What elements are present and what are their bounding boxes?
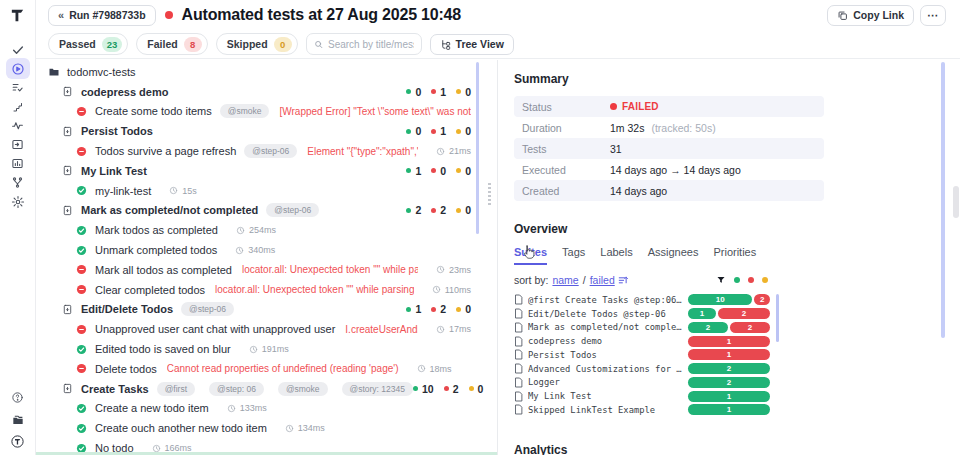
file-icon	[514, 363, 523, 374]
tree-row[interactable]: Unmark completed todos 340ms	[36, 240, 497, 260]
sidebar-item-test-plans[interactable]	[6, 78, 30, 97]
sidebar-item-pulse[interactable]	[6, 116, 30, 135]
sort-by-failed-link[interactable]: failed	[590, 274, 615, 286]
more-actions-button[interactable]: ⋯	[920, 5, 946, 26]
window-scrollbar-thumb[interactable]	[953, 186, 959, 218]
clock-icon	[227, 404, 236, 413]
suite-result-row[interactable]: @first Create Tasks @step:06… 102	[514, 293, 770, 307]
row-title: Create some todo items	[95, 105, 212, 117]
skipped-legend-dot[interactable]	[762, 277, 768, 283]
tree-row[interactable]: Create Tasks @first@step: 06@smoke@story…	[36, 379, 497, 399]
app-logo-icon[interactable]	[9, 7, 26, 24]
sort-by-name-link[interactable]: name	[552, 274, 578, 286]
sidebar-item-steps[interactable]	[6, 97, 30, 116]
list-scrollbar-thumb[interactable]	[776, 294, 779, 342]
sidebar-item-runs[interactable]	[6, 58, 30, 79]
skip-count: 0	[456, 125, 471, 137]
tree-row[interactable]: Mark todos as completed 254ms	[36, 220, 497, 240]
sidebar-item-checks[interactable]	[6, 40, 30, 59]
tab-tags[interactable]: Tags	[562, 246, 585, 265]
tag-badge: @step-06	[266, 203, 319, 217]
tree-row[interactable]: Mark all todos as completed locator.all:…	[36, 260, 497, 280]
tree-row[interactable]: Persist Todos 010	[36, 121, 497, 141]
back-to-runs-button[interactable]: « Run #7988733b	[48, 5, 156, 26]
profile-logo-icon[interactable]	[6, 432, 30, 451]
copy-link-button[interactable]: Copy Link	[827, 5, 914, 26]
tree-row[interactable]: Todos survive a page refresh @step-06 El…	[36, 141, 497, 161]
projects-folder-icon[interactable]	[6, 410, 30, 429]
suite-name: Logger	[528, 377, 683, 387]
filter-chip-skipped[interactable]: Skipped 0	[216, 33, 298, 55]
tab-labels[interactable]: Labels	[600, 246, 632, 265]
tree-row[interactable]: my-link-test 15s	[36, 181, 497, 201]
tree-row[interactable]: Unapproved user cant chat with unapprove…	[36, 319, 497, 339]
summary-value: 14 days ago	[610, 185, 667, 197]
tree-row[interactable]: codepress demo 010	[36, 82, 497, 102]
tree-row[interactable]: Create a new todo item 133ms	[36, 399, 497, 419]
tag-badge: @smoke	[220, 104, 270, 118]
suite-result-row[interactable]: Edit/Delete Todos @step-06 12	[514, 307, 770, 321]
detail-scrollbar-thumb[interactable]	[941, 62, 945, 338]
summary-label: Tests	[522, 143, 610, 155]
tree-row[interactable]: Create ouch another new todo item 134ms	[36, 418, 497, 438]
file-icon	[514, 336, 523, 347]
sidebar-item-import[interactable]	[6, 135, 30, 154]
failed-legend-dot[interactable]	[748, 277, 754, 283]
passed-legend-dot[interactable]	[734, 277, 740, 283]
tree-row[interactable]: todomvc-tests	[36, 62, 497, 82]
suite-result-row[interactable]: My Link Test 1	[514, 389, 770, 403]
suite-result-bar: 12	[688, 308, 770, 319]
sidebar-item-settings[interactable]	[6, 192, 30, 211]
summary-table: Status FAILED Duration 1m 32s(tracked: 5…	[514, 96, 824, 201]
row-title: Todos survive a page refresh	[95, 145, 236, 157]
tree-view-button[interactable]: Tree View	[430, 34, 514, 55]
tree-row[interactable]: My Link Test 100	[36, 161, 497, 181]
summary-row: Duration 1m 32s(tracked: 50s)	[514, 117, 824, 138]
tab-assignees[interactable]: Assignees	[648, 246, 699, 265]
filter-chip-failed[interactable]: Failed 8	[136, 33, 207, 55]
tree-row[interactable]: Edited todo is saved on blur 191ms	[36, 339, 497, 359]
row-duration: 21ms	[436, 146, 471, 156]
summary-value: 31	[610, 143, 622, 155]
search-input[interactable]	[328, 39, 414, 50]
tree-row[interactable]: Create some todo items @smoke [Wrapped E…	[36, 102, 497, 122]
fail-count: 1	[431, 125, 446, 137]
tree-row[interactable]: Delete todos Cannot read properties of u…	[36, 359, 497, 379]
suite-result-row[interactable]: Logger 2	[514, 376, 770, 390]
tree-scrollbar-thumb[interactable]	[476, 62, 479, 234]
tree-row[interactable]: Edit/Delete Todos @step-06 120	[36, 300, 497, 320]
suite-name: Advanced Customizations for …	[528, 364, 683, 374]
summary-row: Status FAILED	[514, 96, 824, 117]
chip-count-badge: 23	[102, 37, 123, 52]
row-error-message: [Wrapped Error] "Text \"some text\" was …	[279, 106, 471, 117]
row-duration: 133ms	[227, 403, 267, 413]
filter-funnel-icon[interactable]	[716, 275, 726, 285]
failed-status-icon	[76, 324, 88, 335]
tag-badge: @step-06	[244, 144, 297, 158]
passed-status-icon	[76, 245, 88, 256]
suite-file-icon	[62, 304, 74, 315]
suite-result-bar: 1	[688, 349, 770, 360]
chip-count-badge: 8	[184, 37, 202, 52]
divider-grip-handle[interactable]	[488, 183, 491, 205]
suite-result-row[interactable]: Skipped LinkTest Example 1	[514, 403, 770, 417]
tab-priorities[interactable]: Priorities	[713, 246, 756, 265]
tree-row[interactable]: Mark as completed/not completed @step-06…	[36, 201, 497, 221]
suite-result-row[interactable]: Persist Todos 1	[514, 348, 770, 362]
app-sidebar	[0, 0, 36, 455]
sort-ascending-icon	[618, 275, 628, 285]
filter-chip-passed[interactable]: Passed 23	[48, 33, 128, 55]
suite-result-row[interactable]: Advanced Customizations for … 2	[514, 362, 770, 376]
sidebar-item-branches[interactable]	[6, 173, 30, 192]
search-box[interactable]	[306, 33, 422, 55]
passed-status-icon	[76, 185, 88, 196]
suite-result-row[interactable]: codepress demo 1	[514, 334, 770, 348]
chevrons-left-icon: «	[58, 9, 64, 21]
suite-result-row[interactable]: Mark as completed/not comple… 22	[514, 321, 770, 335]
sidebar-item-reports[interactable]	[6, 154, 30, 173]
suite-result-bar: 22	[688, 322, 770, 333]
help-icon[interactable]	[6, 388, 30, 407]
fail-bar-segment: 2	[718, 308, 770, 319]
tree-row[interactable]: Clear completed todos locator.all: Unexp…	[36, 280, 497, 300]
suite-result-bar: 2	[688, 363, 770, 374]
